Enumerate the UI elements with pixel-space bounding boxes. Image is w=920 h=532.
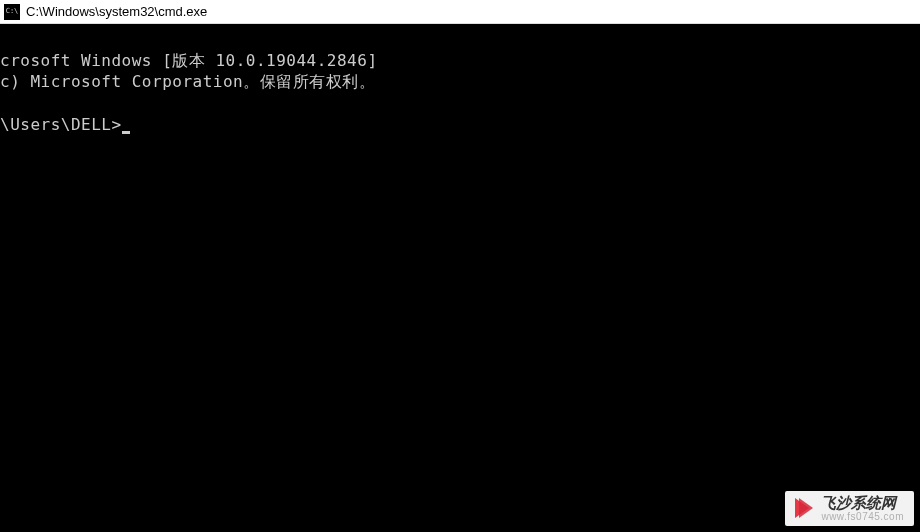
watermark-title: 飞沙系统网: [821, 495, 904, 512]
prompt-line: \Users\DELL>: [0, 115, 130, 134]
prompt-text: \Users\DELL>: [0, 115, 122, 134]
watermark-icon: [791, 496, 815, 520]
watermark-text-group: 飞沙系统网 www.fs0745.com: [821, 495, 904, 523]
watermark-url: www.fs0745.com: [821, 511, 904, 522]
cursor: [122, 131, 130, 134]
window-title: C:\Windows\system32\cmd.exe: [26, 4, 207, 19]
title-bar[interactable]: C:\Windows\system32\cmd.exe: [0, 0, 920, 24]
version-line: crosoft Windows [版本 10.0.19044.2846]: [0, 51, 378, 70]
cmd-icon: [4, 4, 20, 20]
watermark: 飞沙系统网 www.fs0745.com: [785, 491, 914, 527]
copyright-line: c) Microsoft Corporation。保留所有权利。: [0, 72, 375, 91]
terminal-output[interactable]: crosoft Windows [版本 10.0.19044.2846] c) …: [0, 24, 920, 532]
